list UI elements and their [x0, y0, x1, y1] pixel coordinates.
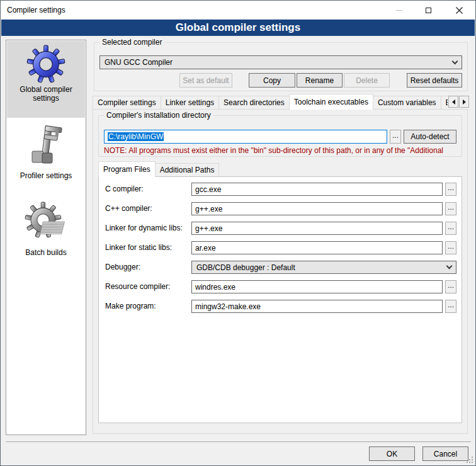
field-label: C++ compiler:	[105, 204, 152, 213]
chevron-down-icon	[446, 263, 453, 270]
tab-toolchain-executables[interactable]: Toolchain executables	[289, 94, 373, 110]
field-row-c-compiler: C compiler:gcc.exe...	[99, 183, 462, 196]
dialog-header-title: Global compiler settings	[1, 20, 475, 36]
field-label: Resource compiler:	[105, 282, 170, 291]
main-tabstrip: Compiler settingsLinker settingsSearch d…	[93, 93, 448, 110]
selected-compiler-groupbox: Selected compiler GNU GCC Compiler Set a…	[94, 42, 468, 91]
window-title: Compiler settings	[7, 1, 65, 20]
field-row-linker-for-static-libs: Linker for static libs:ar.exe...	[99, 241, 462, 255]
install-dir-selected-text: C:\raylib\MinGW	[108, 132, 164, 141]
arrow-left-icon	[450, 99, 455, 105]
linker-for-static-libsbrowse-button[interactable]: ...	[445, 241, 456, 254]
selected-compiler-legend: Selected compiler	[99, 38, 164, 47]
install-dir-legend: Compiler's installation directory	[104, 111, 213, 120]
sidebar-item-label: Profiler settings	[7, 170, 85, 184]
auto-detect-button[interactable]: Auto-detect	[404, 130, 456, 144]
field-row-make-program: Make program:mingw32-make.exe...	[99, 300, 462, 314]
install-dir-note: NOTE: All programs must exist either in …	[104, 146, 458, 155]
paths-subtabstrip: Program FilesAdditional Paths	[98, 161, 462, 177]
close-button[interactable]	[443, 1, 475, 19]
sidebar-item-batch-builds[interactable]: Batch builds	[7, 196, 85, 272]
field-label: Linker for static libs:	[105, 243, 172, 252]
sidebar-item-global-compiler-settings[interactable]: Global compiler settings	[7, 41, 85, 118]
tab-linker-settings[interactable]: Linker settings	[161, 96, 219, 109]
global-compiler-gear-icon	[7, 41, 85, 84]
c-compilerbrowse-button[interactable]: ...	[445, 202, 456, 215]
delete-button[interactable]: Delete	[344, 73, 390, 88]
cancel-button[interactable]: Cancel	[422, 446, 468, 461]
ok-button[interactable]: OK	[369, 446, 415, 461]
install-dir-input[interactable]: C:\raylib\MinGW	[104, 130, 387, 144]
debuggerselect[interactable]: GDB/CDB debugger : Default	[191, 261, 456, 274]
batch-builds-gear-icon	[7, 196, 85, 247]
resource-compilerbrowse-button[interactable]: ...	[445, 280, 456, 293]
reset-defaults-button[interactable]: Reset defaults	[407, 73, 462, 88]
linker-for-dynamic-libsbrowse-button[interactable]: ...	[445, 222, 456, 235]
field-label: Make program:	[105, 302, 156, 310]
field-row-c-compiler: C++ compiler:g++.exe...	[99, 202, 462, 216]
toolchain-executables-page: Compiler's installation directory C:\ray…	[93, 109, 468, 434]
maximize-button[interactable]	[414, 1, 443, 19]
tab-search-directories[interactable]: Search directories	[218, 96, 290, 109]
c-compilerinput[interactable]: gcc.exe	[191, 183, 443, 196]
compiler-settings-dialog: Compiler settings Global compiler settin…	[0, 0, 476, 466]
sidebar-item-label: Batch builds	[7, 247, 85, 261]
tabs-scroll-right-button[interactable]	[459, 96, 469, 108]
sidebar-item-profiler-settings[interactable]: Profiler settings	[7, 121, 85, 194]
tabs-scroll-left-button[interactable]	[448, 96, 458, 108]
field-label: Linker for dynamic libs:	[105, 224, 183, 232]
arrow-right-icon	[463, 99, 468, 105]
field-row-resource-compiler: Resource compiler:windres.exe...	[99, 280, 462, 294]
tab-custom-variables[interactable]: Custom variables	[373, 96, 441, 109]
install-dir-browse-button[interactable]: ...	[390, 130, 401, 144]
tab-compiler-settings[interactable]: Compiler settings	[93, 96, 161, 109]
copy-button[interactable]: Copy	[249, 73, 295, 88]
set-as-default-button[interactable]: Set as default	[179, 73, 232, 88]
field-value: GDB/CDB debugger : Default	[196, 263, 295, 272]
linker-for-dynamic-libsinput[interactable]: g++.exe	[191, 222, 443, 235]
make-programinput[interactable]: mingw32-make.exe	[191, 300, 443, 313]
minimize-icon	[396, 10, 402, 11]
maximize-icon	[426, 8, 431, 13]
resize-grip[interactable]	[467, 457, 473, 463]
field-label: C compiler:	[105, 185, 144, 193]
install-dir-groupbox: Compiler's installation directory C:\ray…	[98, 115, 462, 157]
chevron-down-icon	[452, 58, 458, 64]
field-row-linker-for-dynamic-libs: Linker for dynamic libs:g++.exe...	[99, 222, 462, 236]
compiler-select[interactable]: GNU GCC Compiler	[99, 55, 462, 69]
profiler-caliper-icon	[7, 121, 85, 170]
resource-compilerinput[interactable]: windres.exe	[191, 280, 443, 293]
subtab-additional-paths[interactable]: Additional Paths	[155, 163, 220, 176]
program-files-panel: C compiler:gcc.exe...C++ compiler:g++.ex…	[98, 176, 462, 423]
rename-button[interactable]: Rename	[297, 73, 343, 88]
close-icon	[456, 7, 463, 14]
sidebar: Global compiler settings Profiler settin…	[6, 40, 86, 435]
footer-divider	[6, 441, 471, 442]
tab-build-options[interactable]: Build options	[441, 96, 448, 109]
make-programbrowse-button[interactable]: ...	[445, 300, 456, 313]
compiler-select-value: GNU GCC Compiler	[105, 58, 173, 67]
c-compilerinput[interactable]: g++.exe	[191, 202, 443, 215]
field-label: Debugger:	[105, 263, 140, 271]
c-compilerbrowse-button[interactable]: ...	[445, 183, 456, 196]
subtab-program-files[interactable]: Program Files	[98, 161, 156, 177]
minimize-button[interactable]	[384, 1, 414, 19]
sidebar-item-label: Global compiler settings	[7, 84, 85, 106]
titlebar: Compiler settings	[1, 1, 475, 20]
field-row-debugger: Debugger:GDB/CDB debugger : Default	[99, 261, 462, 275]
linker-for-static-libsinput[interactable]: ar.exe	[191, 241, 443, 254]
